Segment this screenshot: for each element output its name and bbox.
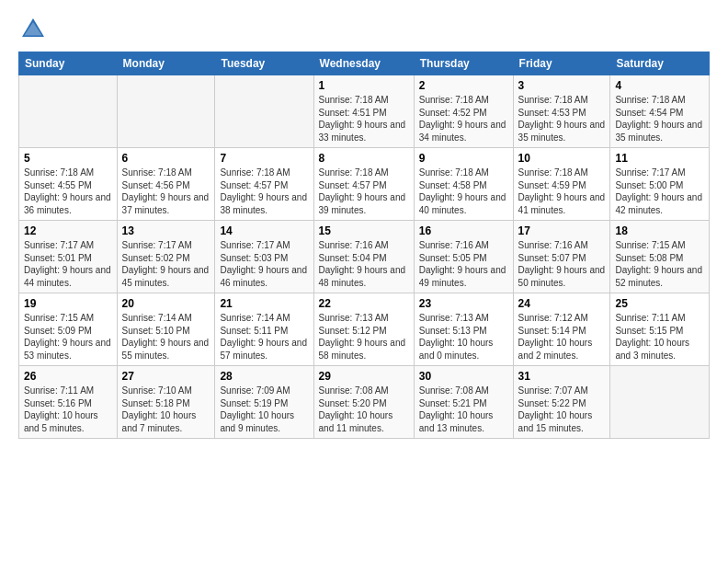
day-number: 10 [518,152,606,165]
cell-content: Sunrise: 7:15 AM Sunset: 5:09 PM Dayligh… [24,312,112,362]
cell-content: Sunrise: 7:14 AM Sunset: 5:10 PM Dayligh… [122,312,210,362]
day-number: 13 [122,224,210,237]
day-number: 29 [319,370,409,383]
day-number: 18 [615,224,704,237]
day-number: 25 [615,297,704,310]
cell-content: Sunrise: 7:18 AM Sunset: 4:57 PM Dayligh… [220,167,308,216]
cell-1-7: 4Sunrise: 7:18 AM Sunset: 4:54 PM Daylig… [610,75,710,148]
col-header-sunday: Sunday [19,52,118,75]
cell-2-2: 6Sunrise: 7:18 AM Sunset: 4:56 PM Daylig… [117,148,215,221]
cell-content: Sunrise: 7:18 AM Sunset: 4:59 PM Dayligh… [518,167,606,216]
day-number: 22 [319,297,409,310]
cell-1-1 [19,75,118,148]
day-number: 31 [518,370,606,383]
col-header-tuesday: Tuesday [215,52,313,75]
cell-2-6: 10Sunrise: 7:18 AM Sunset: 4:59 PM Dayli… [513,148,610,221]
day-number: 6 [122,152,210,165]
cell-3-2: 13Sunrise: 7:17 AM Sunset: 5:02 PM Dayli… [117,221,215,293]
cell-content: Sunrise: 7:14 AM Sunset: 5:11 PM Dayligh… [220,312,308,362]
day-number: 15 [319,224,409,237]
cell-3-1: 12Sunrise: 7:17 AM Sunset: 5:01 PM Dayli… [19,221,118,293]
day-number: 5 [24,152,112,165]
col-header-wednesday: Wednesday [313,52,414,75]
cell-5-5: 30Sunrise: 7:08 AM Sunset: 5:21 PM Dayli… [414,366,513,439]
day-number: 8 [319,152,409,165]
cell-content: Sunrise: 7:08 AM Sunset: 5:21 PM Dayligh… [419,385,508,434]
cell-1-3 [215,75,313,148]
day-number: 14 [220,224,308,237]
day-number: 7 [220,152,308,165]
calendar-table: SundayMondayTuesdayWednesdayThursdayFrid… [18,52,710,439]
cell-2-7: 11Sunrise: 7:17 AM Sunset: 5:00 PM Dayli… [610,148,710,221]
cell-content: Sunrise: 7:13 AM Sunset: 5:12 PM Dayligh… [319,312,409,362]
day-number: 4 [615,79,704,92]
cell-content: Sunrise: 7:15 AM Sunset: 5:08 PM Dayligh… [615,239,704,289]
cell-content: Sunrise: 7:16 AM Sunset: 5:04 PM Dayligh… [319,239,409,289]
cell-content: Sunrise: 7:11 AM Sunset: 5:16 PM Dayligh… [24,385,112,434]
cell-content: Sunrise: 7:18 AM Sunset: 4:55 PM Dayligh… [24,167,112,216]
week-row-4: 19Sunrise: 7:15 AM Sunset: 5:09 PM Dayli… [19,293,710,366]
cell-content: Sunrise: 7:07 AM Sunset: 5:22 PM Dayligh… [518,385,606,434]
cell-1-2 [117,75,215,148]
cell-5-3: 28Sunrise: 7:09 AM Sunset: 5:19 PM Dayli… [215,366,313,439]
week-row-2: 5Sunrise: 7:18 AM Sunset: 4:55 PM Daylig… [19,148,710,221]
cell-content: Sunrise: 7:18 AM Sunset: 4:51 PM Dayligh… [319,94,409,144]
cell-3-5: 16Sunrise: 7:16 AM Sunset: 5:05 PM Dayli… [414,221,513,293]
cell-content: Sunrise: 7:18 AM Sunset: 4:52 PM Dayligh… [419,94,508,144]
col-header-friday: Friday [513,52,610,75]
day-number: 12 [24,224,112,237]
logo [18,15,51,44]
cell-1-6: 3Sunrise: 7:18 AM Sunset: 4:53 PM Daylig… [513,75,610,148]
page-container: SundayMondayTuesdayWednesdayThursdayFrid… [0,0,728,448]
cell-4-5: 23Sunrise: 7:13 AM Sunset: 5:13 PM Dayli… [414,293,513,366]
day-number: 28 [220,370,308,383]
header [18,15,710,44]
calendar-header-row: SundayMondayTuesdayWednesdayThursdayFrid… [19,52,710,75]
cell-content: Sunrise: 7:18 AM Sunset: 4:57 PM Dayligh… [319,167,409,216]
cell-content: Sunrise: 7:09 AM Sunset: 5:19 PM Dayligh… [220,385,308,434]
cell-4-4: 22Sunrise: 7:13 AM Sunset: 5:12 PM Dayli… [313,293,414,366]
cell-content: Sunrise: 7:16 AM Sunset: 5:07 PM Dayligh… [518,239,606,289]
day-number: 23 [419,297,508,310]
cell-3-3: 14Sunrise: 7:17 AM Sunset: 5:03 PM Dayli… [215,221,313,293]
cell-2-3: 7Sunrise: 7:18 AM Sunset: 4:57 PM Daylig… [215,148,313,221]
cell-1-4: 1Sunrise: 7:18 AM Sunset: 4:51 PM Daylig… [313,75,414,148]
col-header-thursday: Thursday [414,52,513,75]
cell-content: Sunrise: 7:17 AM Sunset: 5:02 PM Dayligh… [122,239,210,289]
day-number: 9 [419,152,508,165]
cell-content: Sunrise: 7:08 AM Sunset: 5:20 PM Dayligh… [319,385,409,434]
cell-content: Sunrise: 7:10 AM Sunset: 5:18 PM Dayligh… [122,385,210,434]
day-number: 26 [24,370,112,383]
cell-4-6: 24Sunrise: 7:12 AM Sunset: 5:14 PM Dayli… [513,293,610,366]
cell-content: Sunrise: 7:17 AM Sunset: 5:03 PM Dayligh… [220,239,308,289]
cell-5-4: 29Sunrise: 7:08 AM Sunset: 5:20 PM Dayli… [313,366,414,439]
cell-2-1: 5Sunrise: 7:18 AM Sunset: 4:55 PM Daylig… [19,148,118,221]
cell-content: Sunrise: 7:18 AM Sunset: 4:58 PM Dayligh… [419,167,508,216]
day-number: 11 [615,152,704,165]
cell-5-7 [610,366,710,439]
day-number: 1 [319,79,409,92]
week-row-1: 1Sunrise: 7:18 AM Sunset: 4:51 PM Daylig… [19,75,710,148]
day-number: 2 [419,79,508,92]
cell-5-1: 26Sunrise: 7:11 AM Sunset: 5:16 PM Dayli… [19,366,118,439]
day-number: 16 [419,224,508,237]
cell-content: Sunrise: 7:18 AM Sunset: 4:53 PM Dayligh… [518,94,606,144]
day-number: 30 [419,370,508,383]
cell-5-2: 27Sunrise: 7:10 AM Sunset: 5:18 PM Dayli… [117,366,215,439]
cell-4-7: 25Sunrise: 7:11 AM Sunset: 5:15 PM Dayli… [610,293,710,366]
day-number: 3 [518,79,606,92]
day-number: 19 [24,297,112,310]
week-row-3: 12Sunrise: 7:17 AM Sunset: 5:01 PM Dayli… [19,221,710,293]
cell-4-3: 21Sunrise: 7:14 AM Sunset: 5:11 PM Dayli… [215,293,313,366]
cell-content: Sunrise: 7:18 AM Sunset: 4:56 PM Dayligh… [122,167,210,216]
cell-2-4: 8Sunrise: 7:18 AM Sunset: 4:57 PM Daylig… [313,148,414,221]
day-number: 21 [220,297,308,310]
day-number: 24 [518,297,606,310]
cell-content: Sunrise: 7:12 AM Sunset: 5:14 PM Dayligh… [518,312,606,362]
cell-content: Sunrise: 7:16 AM Sunset: 5:05 PM Dayligh… [419,239,508,289]
logo-icon [18,15,48,44]
cell-5-6: 31Sunrise: 7:07 AM Sunset: 5:22 PM Dayli… [513,366,610,439]
day-number: 20 [122,297,210,310]
cell-3-6: 17Sunrise: 7:16 AM Sunset: 5:07 PM Dayli… [513,221,610,293]
col-header-saturday: Saturday [610,52,710,75]
